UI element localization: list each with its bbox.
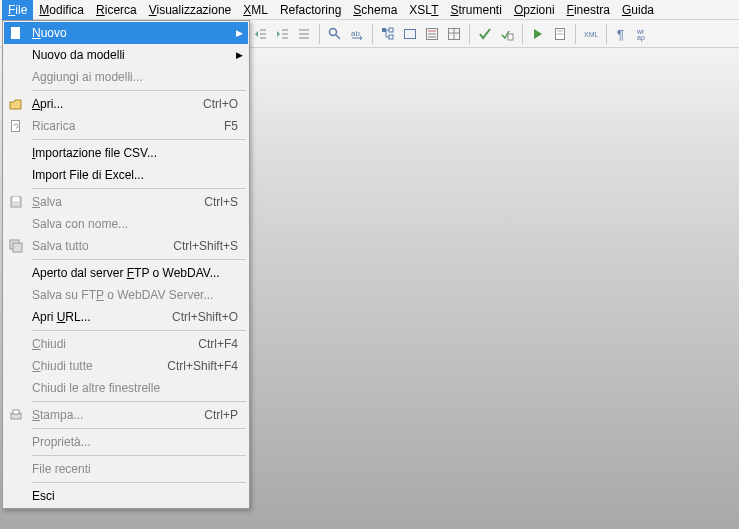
open-icon xyxy=(4,93,28,115)
menu-separator xyxy=(32,188,246,189)
menu-opzioni[interactable]: Opzioni xyxy=(508,0,561,20)
menu-item-label: Chiudi le altre finestrelle xyxy=(28,381,244,395)
menu-icon-empty xyxy=(4,213,28,235)
menu-item-nuovo[interactable]: Nuovo▶ xyxy=(4,22,248,44)
rect-icon[interactable] xyxy=(400,24,420,44)
menu-item-label: Apri URL... xyxy=(28,310,172,324)
menu-file[interactable]: File xyxy=(2,0,33,20)
menu-item-label: Chiudi xyxy=(28,337,198,351)
menu-item-apri[interactable]: Apri...Ctrl+O xyxy=(4,93,248,115)
menu-item-file-recenti: File recenti xyxy=(4,458,248,480)
menu-item-label: File recenti xyxy=(28,462,244,476)
print-icon xyxy=(4,404,28,426)
validate-icon[interactable] xyxy=(497,24,517,44)
menu-item-chiudi-tutte: Chiudi tutteCtrl+Shift+F4 xyxy=(4,355,248,377)
menu-modifica[interactable]: Modifica xyxy=(33,0,90,20)
menu-item-salva-con-nome: Salva con nome... xyxy=(4,213,248,235)
menu-item-stampa: Stampa...Ctrl+P xyxy=(4,404,248,426)
svg-rect-34 xyxy=(13,197,19,201)
menu-visualizzazione[interactable]: Visualizzazione xyxy=(143,0,238,20)
toolbar-separator xyxy=(319,24,320,44)
menu-separator xyxy=(32,401,246,402)
menu-finestra[interactable]: Finestra xyxy=(561,0,616,20)
reload-icon xyxy=(4,115,28,137)
menu-item-esci[interactable]: Esci xyxy=(4,485,248,507)
menu-item-shortcut: Ctrl+S xyxy=(204,195,244,209)
menu-separator xyxy=(32,90,246,91)
menu-item-label: Salva su FTP o WebDAV Server... xyxy=(28,288,244,302)
menubar: FileModificaRicercaVisualizzazioneXMLRef… xyxy=(0,0,739,20)
file-menu-dropdown: Nuovo▶Nuovo da modelli▶Aggiungi ai model… xyxy=(2,20,250,509)
menu-icon-empty xyxy=(4,262,28,284)
menu-separator xyxy=(32,428,246,429)
menu-item-aperto-dal-server-ftp-o-webdav[interactable]: Aperto dal server FTP o WebDAV... xyxy=(4,262,248,284)
menu-item-label: Salva xyxy=(28,195,204,209)
pilcrow-icon[interactable]: ¶ xyxy=(612,24,632,44)
menu-item-label: Proprietà... xyxy=(28,435,244,449)
menu-icon-empty xyxy=(4,284,28,306)
menu-icon-empty xyxy=(4,485,28,507)
menu-xml[interactable]: XML xyxy=(237,0,274,20)
menu-item-salva-tutto: Salva tuttoCtrl+Shift+S xyxy=(4,235,248,257)
menu-item-shortcut: Ctrl+O xyxy=(203,97,244,111)
menu-item-importazione-file-csv[interactable]: Importazione file CSV... xyxy=(4,142,248,164)
menu-icon-empty xyxy=(4,377,28,399)
menu-icon-empty xyxy=(4,142,28,164)
menu-refactoring[interactable]: Refactoring xyxy=(274,0,347,20)
grid-icon[interactable] xyxy=(444,24,464,44)
menu-item-shortcut: Ctrl+Shift+F4 xyxy=(167,359,244,373)
menu-item-shortcut: Ctrl+Shift+S xyxy=(173,239,244,253)
menu-item-label: Import File di Excel... xyxy=(28,168,244,182)
menu-guida[interactable]: Guida xyxy=(616,0,660,20)
find-icon[interactable] xyxy=(325,24,345,44)
tree-icon[interactable] xyxy=(378,24,398,44)
check-icon[interactable] xyxy=(475,24,495,44)
menu-ricerca[interactable]: Ricerca xyxy=(90,0,143,20)
menu-item-salva-su-ftp-o-webdav-server: Salva su FTP o WebDAV Server... xyxy=(4,284,248,306)
indent-icon[interactable] xyxy=(272,24,292,44)
menu-item-label: Salva tutto xyxy=(28,239,173,253)
menu-icon-empty xyxy=(4,66,28,88)
menu-item-label: Stampa... xyxy=(28,408,204,422)
menu-icon-empty xyxy=(4,44,28,66)
menu-xslt[interactable]: XSLT xyxy=(403,0,444,20)
svg-text:ab: ab xyxy=(351,29,360,38)
svg-rect-14 xyxy=(389,35,393,39)
toolbar-separator xyxy=(372,24,373,44)
menu-item-apri-url[interactable]: Apri URL...Ctrl+Shift+O xyxy=(4,306,248,328)
menu-strumenti[interactable]: Strumenti xyxy=(445,0,508,20)
menu-item-label: Aperto dal server FTP o WebDAV... xyxy=(28,266,244,280)
page-icon xyxy=(4,22,28,44)
menu-schema[interactable]: Schema xyxy=(347,0,403,20)
menu-item-shortcut: F5 xyxy=(224,119,244,133)
play-icon[interactable] xyxy=(528,24,548,44)
menu-item-nuovo-da-modelli[interactable]: Nuovo da modelli▶ xyxy=(4,44,248,66)
menu-separator xyxy=(32,139,246,140)
xml-icon[interactable]: XML xyxy=(581,24,601,44)
svg-text:¶: ¶ xyxy=(617,27,624,42)
menu-item-chiudi: ChiudiCtrl+F4 xyxy=(4,333,248,355)
outdent-icon[interactable] xyxy=(250,24,270,44)
menu-separator xyxy=(32,455,246,456)
menu-item-label: Salva con nome... xyxy=(28,217,244,231)
menu-separator xyxy=(32,330,246,331)
wrap-icon[interactable]: wrap xyxy=(634,24,654,44)
form-icon[interactable] xyxy=(422,24,442,44)
svg-point-9 xyxy=(330,28,337,35)
sheet-icon[interactable] xyxy=(550,24,570,44)
submenu-arrow-icon: ▶ xyxy=(234,28,244,38)
menu-item-label: Esci xyxy=(28,489,244,503)
menu-item-import-file-di-excel[interactable]: Import File di Excel... xyxy=(4,164,248,186)
menu-item-label: Apri... xyxy=(28,97,203,111)
svg-rect-38 xyxy=(13,410,19,414)
replace-icon[interactable]: ab xyxy=(347,24,367,44)
menu-icon-empty xyxy=(4,164,28,186)
menu-icon-empty xyxy=(4,306,28,328)
svg-line-10 xyxy=(336,35,340,39)
svg-text:ap: ap xyxy=(637,34,645,42)
menu-separator xyxy=(32,482,246,483)
toolbar-separator xyxy=(606,24,607,44)
submenu-arrow-icon: ▶ xyxy=(234,50,244,60)
list-icon[interactable] xyxy=(294,24,314,44)
svg-rect-23 xyxy=(508,34,513,40)
